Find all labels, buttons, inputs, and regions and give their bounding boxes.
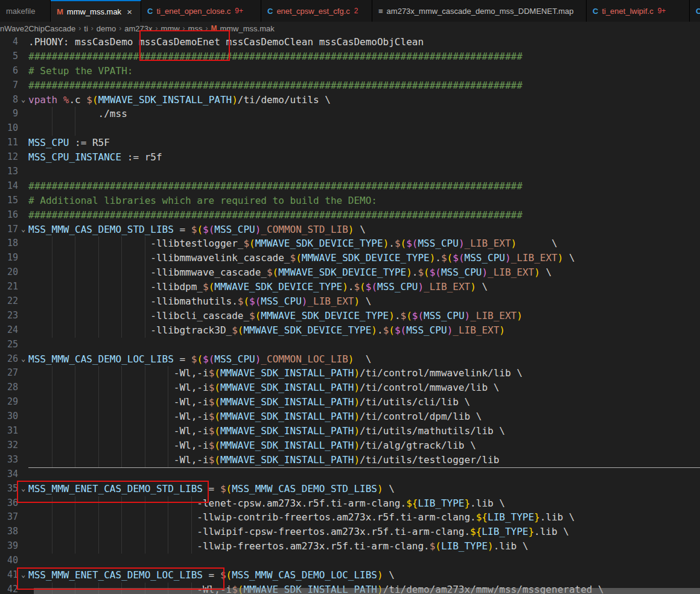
- code-token: MMWAVE_SDK_DEVICE_TYPE: [243, 324, 371, 336]
- breadcrumb-item-demo[interactable]: demo: [97, 24, 116, 33]
- code-token: $: [430, 540, 436, 552]
- indent-guide: [75, 265, 75, 280]
- tab-am273x-mmw-cascade-demo-mss-ddmenet-map[interactable]: ≡am273x_mmw_cascade_demo_mss_DDMENET.map: [372, 0, 587, 22]
- code-token: ): [488, 540, 494, 552]
- breadcrumb-item-ti[interactable]: ti: [84, 24, 88, 33]
- code-line: 4.PHONY: mssCasDemo mssCasDemoEnet mssCa…: [0, 35, 700, 49]
- indent-guide: [145, 294, 145, 309]
- code-token: /ti/utils/cli/lib \: [360, 396, 470, 408]
- indent-guide: [52, 309, 52, 323]
- fold-chevron-icon[interactable]: ⌄: [18, 93, 28, 107]
- indent-guide: [145, 366, 145, 381]
- fold-gutter: [18, 265, 28, 280]
- code-line: 38 -llwipif-cpsw-freertos.am273x.r5f.ti-…: [0, 525, 700, 539]
- code-token: _LIB_EXT: [488, 267, 534, 278]
- code-token: MMWAVE_SDK_INSTALL_PATH: [220, 411, 354, 422]
- code-line: 37 -llwip-contrib-freertos.am273x.r5f.ti…: [0, 510, 700, 525]
- code-token: _LIB_EXT: [465, 238, 511, 249]
- indent-guide: [191, 539, 192, 554]
- indent-guide: [168, 525, 168, 539]
- code-token: MMWAVE_SDK_DEVICE_TYPE: [278, 267, 406, 278]
- code-token: .lib \: [540, 511, 575, 523]
- code-token: .lib \: [494, 540, 529, 552]
- indent-guide: [98, 453, 99, 467]
- code-token: ): [342, 281, 348, 292]
- code-token: $: [203, 281, 209, 292]
- code-token: /ti/demo/utils \: [238, 94, 331, 106]
- tab-ti-enet-lwipif-c[interactable]: Cti_enet_lwipif.c9+: [587, 0, 690, 22]
- code-token: MMWAVE_SDK_DEVICE_TYPE: [255, 238, 383, 249]
- code-token: (: [424, 267, 430, 278]
- code-token: MMWAVE_SDK_INSTALL_PATH: [98, 94, 232, 106]
- code-token: /ti/alg/gtrack/lib \: [360, 440, 476, 451]
- code-text: -llwip-contrib-freertos.am273x.r5f.ti-ar…: [28, 510, 575, 525]
- fold-chevron-icon[interactable]: ⌄: [18, 223, 28, 237]
- code-editor[interactable]: 4.PHONY: mssCasDemo mssCasDemoEnet mssCa…: [0, 35, 700, 594]
- indent-guide: [52, 409, 52, 424]
- fold-gutter: [18, 150, 28, 165]
- indent-guide: [98, 265, 99, 280]
- indent-guide: [75, 107, 75, 121]
- line-number: 32: [0, 438, 18, 453]
- code-token: ): [302, 295, 308, 307]
- code-token: LIB_TYPE: [418, 498, 464, 509]
- line-number: 19: [0, 251, 18, 265]
- indent-guide: [98, 280, 99, 294]
- fold-gutter: [18, 395, 28, 409]
- code-token: /ti/control/dpm/lib \: [360, 411, 482, 422]
- line-number: 25: [0, 338, 18, 352]
- indent-guide: [98, 294, 99, 309]
- indent-guide: [75, 251, 75, 265]
- line-divider: [28, 467, 700, 468]
- code-line: 16######################################…: [0, 208, 700, 223]
- indent-guide: [52, 395, 52, 409]
- indent-guide: [52, 381, 52, 395]
- code-token: ): [430, 252, 436, 264]
- code-token: -llibtestlogger_: [28, 238, 243, 249]
- line-number: 38: [0, 525, 18, 539]
- line-number: 40: [0, 554, 18, 568]
- breadcrumb-item-nwave2chipcascade[interactable]: nWave2ChipCascade: [0, 24, 75, 33]
- code-line: 30 -Wl,-i$(MMWAVE_SDK_INSTALL_PATH)/ti/c…: [0, 409, 700, 424]
- indent-guide: [75, 366, 75, 381]
- indent-guide: [98, 381, 99, 395]
- code-token: ): [465, 310, 471, 321]
- line-number: 6: [0, 64, 18, 78]
- annotation-box-2: [17, 481, 209, 503]
- fold-gutter: [18, 78, 28, 93]
- code-token: MMWAVE_SDK_INSTALL_PATH: [220, 454, 354, 466]
- code-token: \: [360, 295, 371, 307]
- tab-enet-cpsw-est-cfg-c[interactable]: Cenet_cpsw_est_cfg.c2: [261, 0, 372, 22]
- line-number: 41: [0, 568, 18, 583]
- code-token: (: [214, 440, 220, 451]
- code-token: -llibmathutils.: [28, 295, 238, 307]
- code-text: -llibmmwave_cascade_$(MMWAVE_SDK_DEVICE_…: [28, 265, 552, 280]
- fold-gutter: [18, 165, 28, 179]
- code-text: MSS_CPU_INSTANCE := r5f: [28, 150, 162, 165]
- code-token: $: [209, 382, 215, 393]
- code-token: $: [232, 324, 238, 336]
- code-line: 24 -llibgtrack3D_$(MMWAVE_SDK_DEVICE_TYP…: [0, 323, 700, 338]
- code-line: 23 -llibcli_cascade_$(MMWAVE_SDK_DEVICE_…: [0, 309, 700, 323]
- code-token: (: [197, 224, 203, 235]
- line-number: 11: [0, 136, 18, 150]
- tab-untitled[interactable]: C: [690, 0, 700, 22]
- code-token: -Wl,-i: [28, 454, 209, 466]
- tab-makefile[interactable]: makefile: [0, 0, 51, 22]
- close-icon[interactable]: ×: [127, 7, 132, 16]
- tab-mmw-mss-mak[interactable]: Mmmw_mss.mak×: [51, 0, 141, 22]
- code-token: MMWAVE_SDK_INSTALL_PATH: [220, 396, 354, 408]
- code-text: -llwipif-cpsw-freertos.am273x.r5f.ti-arm…: [28, 525, 569, 539]
- code-token: \: [517, 238, 557, 249]
- code-token: \: [563, 252, 574, 264]
- code-token: $: [220, 483, 226, 494]
- indent-guide: [145, 265, 145, 280]
- c-file-icon: C: [147, 7, 153, 16]
- code-token: ${: [406, 498, 418, 509]
- problems-count-badge: 9+: [658, 7, 666, 15]
- tab-ti-enet-open-close-c[interactable]: Cti_enet_open_close.c9+: [141, 0, 261, 22]
- fold-chevron-icon[interactable]: ⌄: [18, 352, 28, 367]
- code-token: $: [238, 295, 244, 307]
- indent-guide: [121, 294, 122, 309]
- code-token: MSS_CPU: [214, 224, 255, 235]
